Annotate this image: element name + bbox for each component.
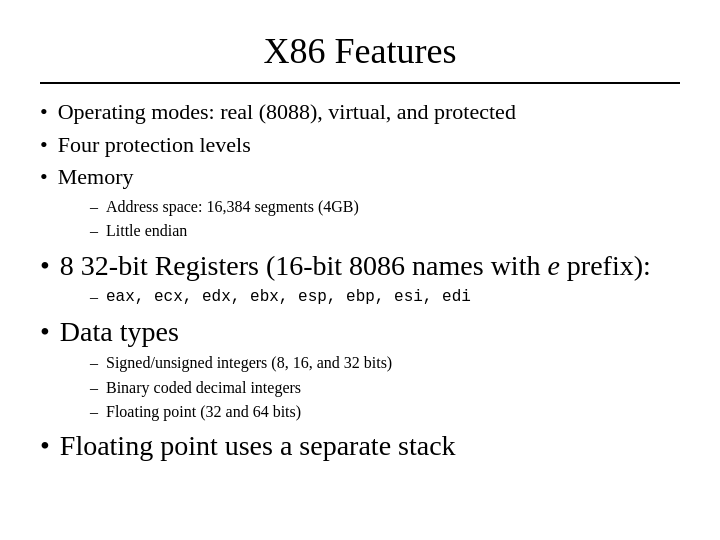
list-item: • Memory	[40, 163, 680, 192]
slide: X86 Features • Operating modes: real (80…	[0, 0, 720, 540]
list-item: • Floating point uses a separate stack	[40, 429, 680, 463]
sub-text: Little endian	[106, 220, 187, 242]
list-item: – eax, ecx, edx, ebx, esp, ebp, esi, edi	[90, 286, 680, 308]
bullet-icon: •	[40, 131, 48, 160]
slide-title: X86 Features	[40, 30, 680, 72]
list-item: • Four protection levels	[40, 131, 680, 160]
italic-text: e	[547, 250, 559, 281]
content-area: • Operating modes: real (8088), virtual,…	[40, 98, 680, 510]
list-item: – Binary coded decimal integers	[90, 377, 680, 399]
list-item: – Address space: 16,384 segments (4GB)	[90, 196, 680, 218]
bullet-icon: •	[40, 249, 50, 283]
bullet-icon: •	[40, 315, 50, 349]
list-item: • Operating modes: real (8088), virtual,…	[40, 98, 680, 127]
bullet-text: Four protection levels	[58, 131, 251, 160]
dash-icon: –	[90, 352, 98, 374]
sub-items-datatypes: – Signed/unsigned integers (8, 16, and 3…	[90, 352, 680, 425]
list-item: • 8 32-bit Registers (16-bit 8086 names …	[40, 249, 680, 283]
bullet-text: Memory	[58, 163, 134, 192]
dash-icon: –	[90, 286, 98, 308]
bullet-text: Operating modes: real (8088), virtual, a…	[58, 98, 516, 127]
list-item: – Floating point (32 and 64 bits)	[90, 401, 680, 423]
bullet-icon: •	[40, 163, 48, 192]
sub-text: Binary coded decimal integers	[106, 377, 301, 399]
dash-icon: –	[90, 220, 98, 242]
sub-text: Address space: 16,384 segments (4GB)	[106, 196, 359, 218]
list-item: • Data types	[40, 315, 680, 349]
list-item: – Signed/unsigned integers (8, 16, and 3…	[90, 352, 680, 374]
list-item: – Little endian	[90, 220, 680, 242]
sub-items-registers: – eax, ecx, edx, ebx, esp, ebp, esi, edi	[90, 286, 680, 310]
sub-text: eax, ecx, edx, ebx, esp, ebp, esi, edi	[106, 286, 471, 308]
dash-icon: –	[90, 401, 98, 423]
sub-text: Floating point (32 and 64 bits)	[106, 401, 301, 423]
dash-icon: –	[90, 377, 98, 399]
sub-items-memory: – Address space: 16,384 segments (4GB) –…	[90, 196, 680, 245]
dash-icon: –	[90, 196, 98, 218]
bullet-icon: •	[40, 98, 48, 127]
bullet-text: Data types	[60, 315, 179, 349]
title-section: X86 Features	[40, 30, 680, 84]
sub-text: Signed/unsigned integers (8, 16, and 32 …	[106, 352, 392, 374]
bullet-text: 8 32-bit Registers (16-bit 8086 names wi…	[60, 249, 651, 283]
bullet-icon: •	[40, 429, 50, 463]
bullet-text: Floating point uses a separate stack	[60, 429, 456, 463]
